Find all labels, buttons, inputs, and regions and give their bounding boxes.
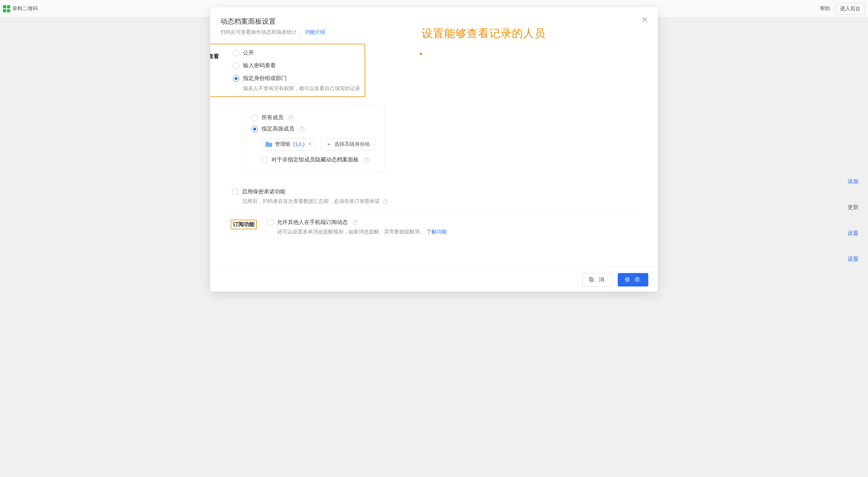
subscribe-learn-link[interactable]: 了解功能	[426, 229, 447, 235]
modal-subtitle: 扫码后可查看操作动态和填表统计， 功能介绍	[220, 29, 643, 36]
save-button[interactable]: 保 存	[618, 273, 648, 286]
radio-group-note: 填表人不管有没有权限，都可以查看自己填写的记录	[243, 85, 360, 92]
group-tag[interactable]: 管理组 (1人)	[262, 138, 316, 151]
folder-icon	[266, 142, 272, 147]
radio-public-label: 公开	[243, 49, 254, 56]
highlight-who-box: 谁能查看 公开 输入密码查看 指定身份组或部门 填表人不管有没有权限，都可以查看…	[210, 44, 365, 97]
plus-icon: ＋	[326, 141, 331, 148]
radio-group-label: 指定身份组或部门	[243, 75, 287, 82]
checkbox-icon	[232, 189, 238, 195]
feature-intro-link[interactable]: 功能介绍	[305, 29, 325, 35]
hide-panel-checkbox-row[interactable]: 对于非指定组成员隐藏动态档案面板 ?	[251, 151, 375, 163]
subscribe-note-text: 还可以设置表单消息提醒规则，如新消息提醒、异常数据提醒等。	[277, 229, 425, 235]
settings-modal: 动态档案面板设置 扫码后可查看操作动态和填表统计， 功能介绍 设置能够查看记录的…	[210, 7, 658, 292]
radio-all-members[interactable]: 所有成员 ?	[251, 112, 375, 123]
help-icon[interactable]: ?	[299, 127, 304, 132]
help-icon[interactable]: ?	[364, 157, 369, 163]
section-who-can-view: 谁能查看 公开 输入密码查看 指定身份组或部门 填表人不管有没有权限，都可以查看…	[232, 42, 636, 211]
add-group-label: 选择高级身份组	[334, 141, 370, 148]
group-tag-name: 管理组	[275, 141, 290, 148]
help-icon[interactable]: ?	[288, 115, 294, 120]
subscribe-checkbox-row[interactable]: 允许其他人在手机端订阅动态 ?	[267, 219, 636, 226]
radio-group[interactable]: 指定身份组或部门	[233, 72, 360, 85]
who-label: 谁能查看	[210, 52, 232, 60]
close-icon[interactable]	[641, 16, 648, 23]
radio-icon	[233, 50, 239, 56]
modal-subtitle-text: 扫码后可查看操作动态和填表统计，	[220, 29, 302, 35]
radio-public[interactable]: 公开	[233, 47, 360, 59]
help-icon[interactable]: ?	[383, 199, 388, 204]
highlight-subscribe-label: 订阅功能	[231, 220, 257, 229]
radio-icon	[233, 63, 239, 69]
cancel-button[interactable]: 取 消	[582, 273, 613, 286]
secrecy-note-text: 启用后，扫码者在首次查看数据汇总前，必须先签订保密承诺	[242, 198, 380, 204]
modal-body: 谁能查看 公开 输入密码查看 指定身份组或部门 填表人不管有没有权限，都可以查看…	[210, 41, 658, 268]
radio-assigned-members[interactable]: 指定高级成员 ?	[251, 123, 375, 135]
group-tag-count: (1人)	[293, 141, 304, 148]
subscribe-note: 还可以设置表单消息提醒规则，如新消息提醒、异常数据提醒等。 了解功能	[277, 229, 636, 235]
radio-icon	[251, 115, 258, 121]
help-icon[interactable]: ?	[353, 220, 358, 225]
radio-all-members-label: 所有成员	[262, 114, 283, 121]
secrecy-checkbox-row[interactable]: 启用保密承诺功能	[232, 183, 286, 195]
checkbox-icon	[262, 157, 268, 163]
modal-footer: 取 消 保 存	[210, 268, 658, 292]
radio-icon	[233, 75, 239, 82]
modal-title: 动态档案面板设置	[220, 17, 643, 26]
section-subscribe: 订阅功能 允许其他人在手机端订阅动态 ? 还可以设置表单消息提醒规则，如新消息提…	[232, 211, 636, 242]
radio-password[interactable]: 输入密码查看	[233, 59, 360, 72]
radio-password-label: 输入密码查看	[243, 62, 276, 69]
modal-overlay: 动态档案面板设置 扫码后可查看操作动态和填表统计， 功能介绍 设置能够查看记录的…	[0, 0, 868, 477]
hide-panel-label: 对于非指定组成员隐藏动态档案面板	[271, 156, 359, 163]
checkbox-icon	[267, 219, 273, 225]
secrecy-note: 启用后，扫码者在首次查看数据汇总前，必须先签订保密承诺 ?	[242, 198, 388, 205]
group-nested-panel: 所有成员 ? 指定高级成员 ? 管理组	[242, 106, 385, 172]
radio-icon	[251, 126, 258, 132]
subscribe-checkbox-label: 允许其他人在手机端订阅动态	[277, 219, 348, 226]
subscribe-section-label: 订阅功能	[232, 219, 267, 229]
add-group-button[interactable]: ＋ 选择高级身份组	[321, 138, 375, 151]
radio-assigned-label: 指定高级成员	[262, 125, 294, 132]
remove-tag-icon[interactable]	[308, 142, 312, 147]
group-tag-row: 管理组 (1人) ＋ 选择高级身份组	[262, 138, 375, 151]
modal-header: 动态档案面板设置 扫码后可查看操作动态和填表统计， 功能介绍 设置能够查看记录的…	[210, 7, 658, 41]
secrecy-label: 启用保密承诺功能	[242, 188, 286, 195]
svg-rect-1	[266, 142, 268, 144]
